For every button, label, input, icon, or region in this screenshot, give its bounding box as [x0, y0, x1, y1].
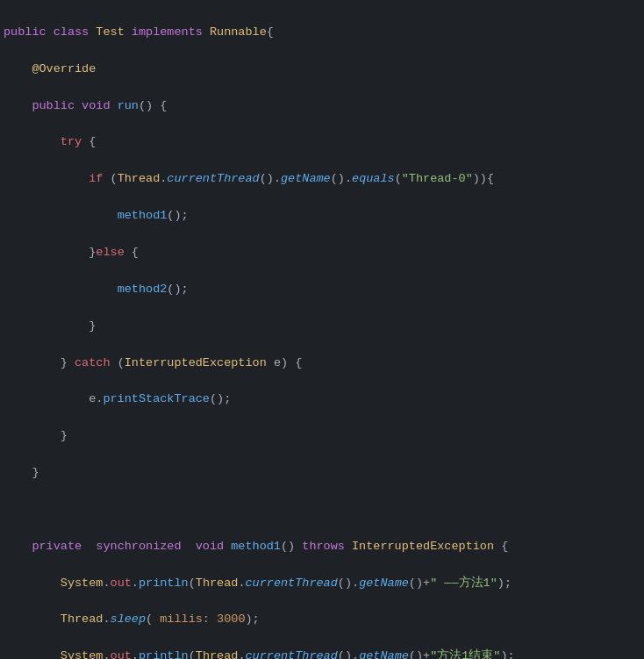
line-3: public void run() { — [0, 97, 644, 116]
line-16: System.out.println(Thread.currentThread(… — [0, 575, 644, 593]
line-14 — [0, 501, 644, 519]
line-6: method1(); — [0, 207, 644, 226]
line-7: }else { — [0, 244, 644, 262]
line-12: } — [0, 427, 644, 446]
code-editor: public class Test implements Runnable{ @… — [0, 0, 644, 659]
line-8: method2(); — [0, 281, 644, 299]
line-10: } catch (InterruptedException e) { — [0, 355, 644, 373]
line-18: System.out.println(Thread.currentThread(… — [0, 648, 644, 659]
line-5: if (Thread.currentThread().getName().equ… — [0, 170, 644, 189]
line-11: e.printStackTrace(); — [0, 390, 644, 409]
line-17: Thread.sleep( millis: 3000); — [0, 611, 644, 629]
line-9: } — [0, 318, 644, 336]
line-2: @Override — [0, 61, 644, 79]
line-1: public class Test implements Runnable{ — [0, 24, 644, 42]
line-15: private synchronized void method1() thro… — [0, 538, 644, 556]
line-13: } — [0, 464, 644, 483]
line-4: try { — [0, 133, 644, 152]
